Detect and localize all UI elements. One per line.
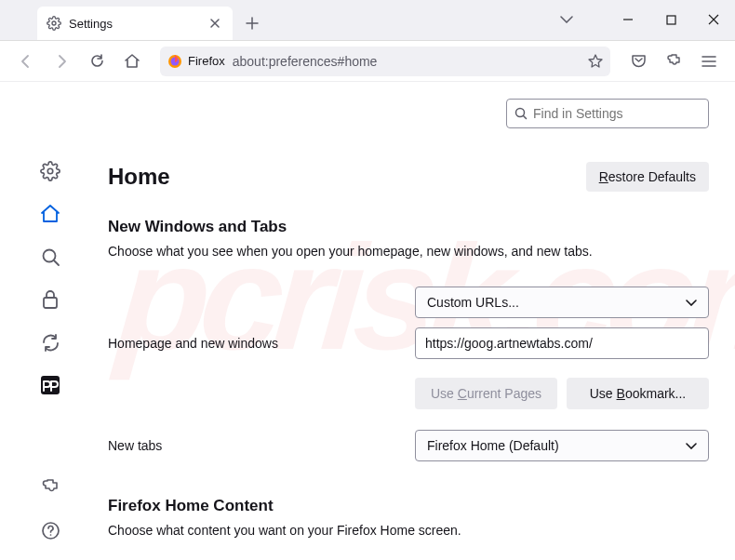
close-icon[interactable] [207,15,223,32]
new-tab-button[interactable] [238,9,266,37]
bookmark-star-icon[interactable] [588,54,603,69]
page-title: Home [108,164,170,190]
homepage-label: Homepage and new windows [108,336,415,351]
extensions-button[interactable] [659,47,688,76]
section-heading: New Windows and Tabs [108,218,709,236]
find-settings-search[interactable] [506,99,709,128]
svg-rect-1 [667,16,675,24]
sidebar-general-icon[interactable] [33,154,67,188]
browser-tab[interactable]: Settings [37,7,233,40]
sidebar-extensions-icon[interactable] [33,471,67,504]
home-button[interactable] [117,47,147,76]
menu-button[interactable] [694,47,724,76]
close-window-button[interactable] [692,0,735,40]
pocket-button[interactable] [623,47,653,76]
homepage-url-input[interactable] [415,327,709,359]
forward-button[interactable] [47,47,76,76]
minimize-button[interactable] [607,0,649,40]
search-icon [514,107,528,120]
section-heading: Firefox Home Content [108,497,709,515]
gear-icon [47,16,61,31]
newtabs-dropdown[interactable]: Firefox Home (Default) [415,430,709,461]
homepage-mode-dropdown[interactable]: Custom URLs... [415,287,709,318]
back-button[interactable] [11,47,41,76]
svg-point-4 [47,168,53,174]
find-settings-input[interactable] [533,106,701,121]
sidebar-search-icon[interactable] [33,240,67,273]
firefox-badge: Firefox [167,54,225,69]
svg-point-0 [52,21,56,25]
sidebar-home-icon[interactable] [33,197,67,231]
maximize-button[interactable] [649,0,692,40]
sidebar-help-icon[interactable] [33,513,67,547]
use-bookmark-button[interactable]: Use Bookmark... [567,378,709,409]
reload-button[interactable] [82,47,112,76]
svg-rect-6 [44,298,57,308]
sidebar-privacy-icon[interactable] [33,283,67,316]
address-bar[interactable]: Firefox about:preferences#home [160,47,610,76]
sidebar-sync-icon[interactable] [33,326,67,359]
section-description: Choose what content you want on your Fir… [108,523,709,538]
section-description: Choose what you see when you open your h… [108,244,709,259]
restore-defaults-button[interactable]: Restore Defaults [586,162,709,192]
chevron-down-icon [686,300,697,306]
url-text: about:preferences#home [233,54,581,69]
chevron-down-icon [686,443,697,449]
tab-title: Settings [69,17,199,31]
sidebar-more-icon[interactable] [33,368,67,402]
use-current-pages-button[interactable]: Use Current Pages [415,378,557,409]
tabs-dropdown-icon[interactable] [545,0,588,40]
settings-sidebar [0,82,100,560]
newtabs-label: New tabs [108,438,415,453]
